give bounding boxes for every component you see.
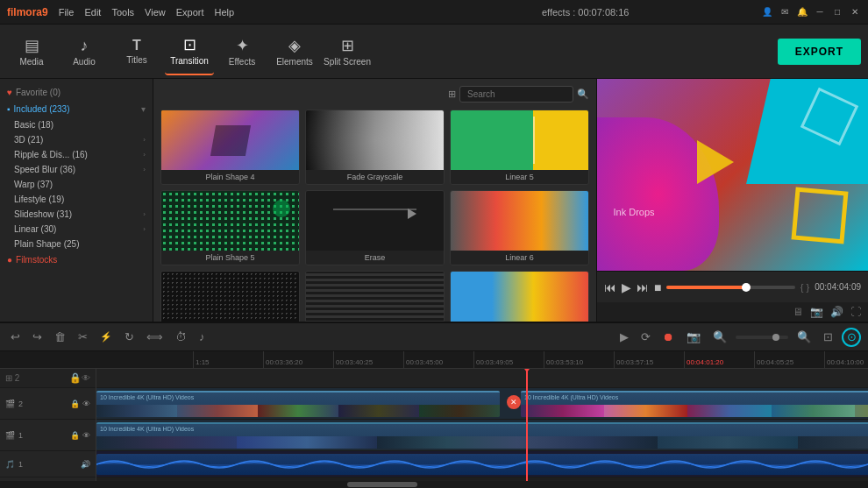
account-icon[interactable]: 👤 (761, 6, 773, 18)
category-slideshow[interactable]: Slideshow (31)› (0, 207, 153, 222)
menu-view[interactable]: View (145, 7, 166, 18)
track-1-eye[interactable]: 👁 (82, 431, 90, 440)
transition-marker: ✕ (507, 395, 521, 409)
effect-plain-shape-4[interactable]: Plain Shape 4 (160, 110, 300, 185)
preview-fullscreen-icon[interactable]: ⛶ (850, 306, 861, 318)
ruler-mark-6: 00:03:57:15 (614, 351, 684, 368)
bell-icon[interactable]: 🔔 (796, 6, 808, 18)
tool-media[interactable]: ▤ Media (7, 28, 56, 75)
rotate-btn[interactable]: ↻ (121, 329, 138, 345)
clip-track2-2[interactable]: 10 Incredible 4K (Ultra HD) Videos (521, 391, 868, 417)
zoom-out-btn[interactable]: 🔍 (709, 329, 730, 345)
ruler-mark-1: 00:03:36:20 (263, 351, 333, 368)
category-linear[interactable]: Linear (30)› (0, 222, 153, 237)
effect-lines-1[interactable] (305, 271, 445, 322)
tool-media-label: Media (19, 57, 43, 67)
cut-btn[interactable]: ✂ (75, 329, 91, 345)
category-warp[interactable]: Warp (37) (0, 177, 153, 192)
clip-track2-1[interactable]: 10 Incredible 4K (Ultra HD) Videos (96, 391, 500, 417)
play-tl-btn[interactable]: ▶ (616, 329, 632, 345)
track-audio-num: 1 (18, 460, 23, 469)
zoom-in-btn[interactable]: 🔍 (793, 329, 815, 345)
effect-plain-shape-4-label: Plain Shape 4 (161, 170, 299, 184)
delete-btn[interactable]: 🗑 (51, 329, 69, 345)
heart-icon: ♥ (7, 88, 12, 97)
menu-tools[interactable]: Tools (111, 7, 134, 18)
record-circle-btn[interactable]: ⊙ (842, 328, 861, 347)
category-basic[interactable]: Basic (18) (0, 117, 153, 132)
export-button[interactable]: EXPORT (778, 39, 861, 65)
playhead[interactable] (526, 369, 528, 481)
scrollbar-thumb[interactable] (347, 482, 417, 487)
category-3d[interactable]: 3D (21)› (0, 132, 153, 147)
add-track-btn[interactable]: ⊞ 2 (5, 373, 19, 383)
track-1-lock[interactable]: 🔒 (70, 431, 80, 440)
thumb-color-1 (451, 272, 588, 322)
track-1-num: 1 (18, 431, 23, 440)
tool-elements[interactable]: ◈ Elements (270, 28, 319, 75)
split-btn[interactable]: ⚡ (96, 329, 116, 344)
preview-camera-icon[interactable]: 📷 (810, 306, 823, 318)
tool-transition[interactable]: ⊡ Transition (165, 28, 214, 75)
play-btn[interactable]: ▶ (622, 280, 631, 294)
track-2-eye[interactable]: 👁 (82, 400, 90, 408)
track-audio-mute[interactable]: 🔊 (81, 460, 90, 469)
lock-icon-2[interactable]: 🔒 (69, 372, 82, 384)
mirror-btn[interactable]: ⟺ (143, 329, 167, 345)
media-icon: ▤ (25, 36, 39, 55)
timeline-scrollbar[interactable] (0, 481, 868, 488)
mail-icon[interactable]: ✉ (779, 6, 791, 18)
search-icon[interactable]: 🔍 (577, 88, 589, 100)
effect-plain-shape-5[interactable]: Plain Shape 5 (160, 190, 300, 265)
redo-btn[interactable]: ↪ (29, 329, 46, 345)
audio-btn[interactable]: ♪ (196, 329, 209, 345)
track-row-1: 10 Incredible 4K (Ultra HD) Videos (96, 420, 868, 451)
eye-icon-2[interactable]: 👁 (82, 373, 90, 383)
next-frame-btn[interactable]: ⏭ (637, 280, 649, 294)
menu-export[interactable]: Export (176, 7, 204, 18)
preview-ink-label: Ink Drops (614, 207, 655, 217)
loop-btn[interactable]: ⟳ (637, 329, 654, 345)
filmstocks-section[interactable]: ● Filmstocks (0, 251, 153, 268)
menu-file[interactable]: File (59, 7, 75, 18)
favorite-section[interactable]: ♥ Favorite (0) (0, 84, 153, 101)
effects-panel: ♥ Favorite (0) ▪ Included (233) ▾ Basic … (0, 79, 153, 322)
stop-btn[interactable]: ■ (654, 280, 661, 294)
audio-clip-1[interactable] (96, 454, 868, 475)
track-2-lock[interactable]: 🔒 (70, 400, 80, 408)
category-ripple[interactable]: Ripple & Dis... (16)› (0, 147, 153, 162)
fit-btn[interactable]: ⊡ (820, 329, 836, 345)
maximize-btn[interactable]: □ (831, 6, 843, 18)
menu-help[interactable]: Help (215, 7, 235, 18)
clip-track1-1[interactable]: 10 Incredible 4K (Ultra HD) Videos (96, 422, 868, 449)
tool-splitscreen[interactable]: ⊞ Split Screen (323, 28, 372, 75)
category-lifestyle[interactable]: Lifestyle (19) (0, 192, 153, 207)
playhead-marker (522, 369, 532, 372)
prev-frame-btn[interactable]: ⏮ (604, 280, 616, 294)
included-section[interactable]: ▪ Included (233) ▾ (0, 101, 153, 117)
minimize-btn[interactable]: ─ (814, 6, 826, 18)
menu-edit[interactable]: Edit (84, 7, 101, 18)
preview-monitor-icon[interactable]: 🖥 (793, 306, 803, 318)
effect-color-1[interactable] (450, 271, 589, 322)
tool-audio[interactable]: ♪ Audio (60, 28, 109, 75)
progress-bar[interactable] (666, 286, 794, 289)
effect-fade-grayscale[interactable]: Fade Grayscale (305, 110, 445, 185)
track-row-2: 10 Incredible 4K (Ultra HD) Videos ✕ (96, 388, 868, 420)
undo-btn[interactable]: ↩ (7, 329, 24, 345)
snapshot-btn[interactable]: 📷 (683, 329, 704, 345)
tool-titles[interactable]: T Titles (112, 28, 161, 75)
category-plainshape[interactable]: Plain Shape (25) (0, 237, 153, 251)
grid-icon[interactable]: ⊞ (448, 88, 456, 100)
close-btn[interactable]: ✕ (849, 6, 861, 18)
effect-erase[interactable]: Erase (305, 190, 445, 265)
speed-btn[interactable]: ⏱ (172, 329, 190, 345)
record-btn[interactable]: ⏺ (659, 329, 678, 345)
search-input[interactable] (459, 86, 573, 103)
effect-linear-5[interactable]: Linear 5 (450, 110, 589, 185)
effect-dots-1[interactable] (160, 271, 300, 322)
category-speedblur[interactable]: Speed Blur (36)› (0, 162, 153, 177)
tool-effects[interactable]: ✦ Effects (217, 28, 267, 75)
preview-volume-icon[interactable]: 🔊 (830, 306, 843, 318)
effect-linear-6[interactable]: Linear 6 (450, 190, 589, 265)
